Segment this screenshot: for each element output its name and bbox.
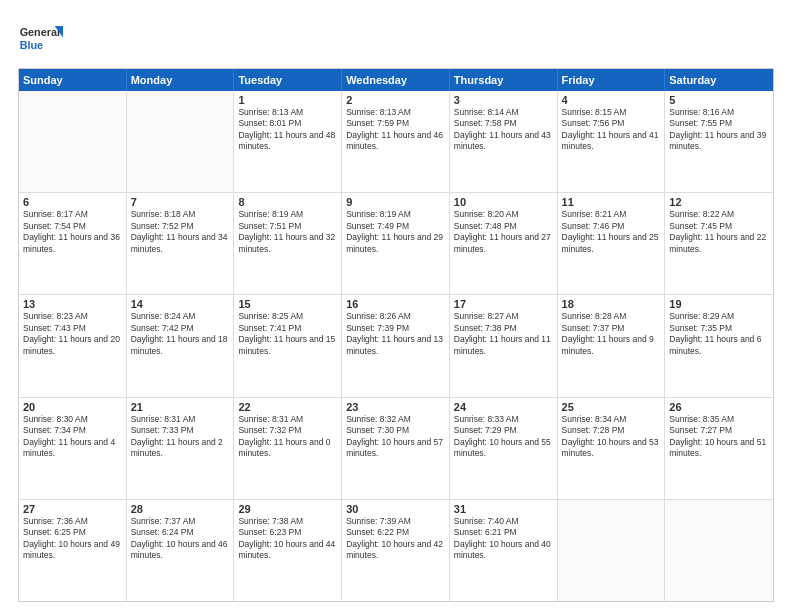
day-number: 19 — [669, 298, 769, 310]
cal-cell: 6Sunrise: 8:17 AM Sunset: 7:54 PM Daylig… — [19, 193, 127, 294]
cal-cell: 4Sunrise: 8:15 AM Sunset: 7:56 PM Daylig… — [558, 91, 666, 192]
day-number: 26 — [669, 401, 769, 413]
header-cell-thursday: Thursday — [450, 69, 558, 91]
day-info: Sunrise: 7:39 AM Sunset: 6:22 PM Dayligh… — [346, 516, 445, 562]
logo-svg: General Blue — [18, 18, 68, 58]
cal-cell: 12Sunrise: 8:22 AM Sunset: 7:45 PM Dayli… — [665, 193, 773, 294]
header-cell-monday: Monday — [127, 69, 235, 91]
cal-cell: 2Sunrise: 8:13 AM Sunset: 7:59 PM Daylig… — [342, 91, 450, 192]
cal-cell: 3Sunrise: 8:14 AM Sunset: 7:58 PM Daylig… — [450, 91, 558, 192]
day-number: 16 — [346, 298, 445, 310]
day-info: Sunrise: 8:17 AM Sunset: 7:54 PM Dayligh… — [23, 209, 122, 255]
cal-cell: 17Sunrise: 8:27 AM Sunset: 7:38 PM Dayli… — [450, 295, 558, 396]
day-number: 25 — [562, 401, 661, 413]
calendar-body: 1Sunrise: 8:13 AM Sunset: 8:01 PM Daylig… — [19, 91, 773, 601]
header-cell-saturday: Saturday — [665, 69, 773, 91]
day-info: Sunrise: 8:24 AM Sunset: 7:42 PM Dayligh… — [131, 311, 230, 357]
cal-cell: 23Sunrise: 8:32 AM Sunset: 7:30 PM Dayli… — [342, 398, 450, 499]
cal-row-2: 13Sunrise: 8:23 AM Sunset: 7:43 PM Dayli… — [19, 294, 773, 396]
day-number: 18 — [562, 298, 661, 310]
day-number: 15 — [238, 298, 337, 310]
header-cell-wednesday: Wednesday — [342, 69, 450, 91]
day-info: Sunrise: 7:37 AM Sunset: 6:24 PM Dayligh… — [131, 516, 230, 562]
day-number: 28 — [131, 503, 230, 515]
svg-text:Blue: Blue — [20, 39, 43, 51]
day-number: 8 — [238, 196, 337, 208]
day-info: Sunrise: 7:38 AM Sunset: 6:23 PM Dayligh… — [238, 516, 337, 562]
cal-cell: 1Sunrise: 8:13 AM Sunset: 8:01 PM Daylig… — [234, 91, 342, 192]
day-number: 17 — [454, 298, 553, 310]
header: General Blue — [18, 18, 774, 58]
header-cell-friday: Friday — [558, 69, 666, 91]
cal-cell: 7Sunrise: 8:18 AM Sunset: 7:52 PM Daylig… — [127, 193, 235, 294]
calendar-header: SundayMondayTuesdayWednesdayThursdayFrid… — [19, 69, 773, 91]
day-info: Sunrise: 8:30 AM Sunset: 7:34 PM Dayligh… — [23, 414, 122, 460]
cal-cell: 11Sunrise: 8:21 AM Sunset: 7:46 PM Dayli… — [558, 193, 666, 294]
day-info: Sunrise: 8:27 AM Sunset: 7:38 PM Dayligh… — [454, 311, 553, 357]
cal-cell — [665, 500, 773, 601]
day-info: Sunrise: 8:34 AM Sunset: 7:28 PM Dayligh… — [562, 414, 661, 460]
cal-row-0: 1Sunrise: 8:13 AM Sunset: 8:01 PM Daylig… — [19, 91, 773, 192]
cal-cell: 5Sunrise: 8:16 AM Sunset: 7:55 PM Daylig… — [665, 91, 773, 192]
day-number: 20 — [23, 401, 122, 413]
cal-cell: 24Sunrise: 8:33 AM Sunset: 7:29 PM Dayli… — [450, 398, 558, 499]
logo: General Blue — [18, 18, 68, 58]
day-number: 2 — [346, 94, 445, 106]
svg-text:General: General — [20, 26, 60, 38]
day-number: 21 — [131, 401, 230, 413]
cal-cell — [19, 91, 127, 192]
day-info: Sunrise: 8:22 AM Sunset: 7:45 PM Dayligh… — [669, 209, 769, 255]
cal-cell — [558, 500, 666, 601]
day-number: 29 — [238, 503, 337, 515]
cal-cell: 18Sunrise: 8:28 AM Sunset: 7:37 PM Dayli… — [558, 295, 666, 396]
day-info: Sunrise: 8:13 AM Sunset: 7:59 PM Dayligh… — [346, 107, 445, 153]
page: General Blue SundayMondayTuesdayWednesda… — [0, 0, 792, 612]
day-number: 13 — [23, 298, 122, 310]
day-info: Sunrise: 8:35 AM Sunset: 7:27 PM Dayligh… — [669, 414, 769, 460]
day-info: Sunrise: 8:21 AM Sunset: 7:46 PM Dayligh… — [562, 209, 661, 255]
cal-cell: 14Sunrise: 8:24 AM Sunset: 7:42 PM Dayli… — [127, 295, 235, 396]
cal-cell: 28Sunrise: 7:37 AM Sunset: 6:24 PM Dayli… — [127, 500, 235, 601]
cal-cell: 20Sunrise: 8:30 AM Sunset: 7:34 PM Dayli… — [19, 398, 127, 499]
day-number: 23 — [346, 401, 445, 413]
day-number: 4 — [562, 94, 661, 106]
day-number: 10 — [454, 196, 553, 208]
cal-cell: 8Sunrise: 8:19 AM Sunset: 7:51 PM Daylig… — [234, 193, 342, 294]
cal-cell: 19Sunrise: 8:29 AM Sunset: 7:35 PM Dayli… — [665, 295, 773, 396]
day-info: Sunrise: 8:25 AM Sunset: 7:41 PM Dayligh… — [238, 311, 337, 357]
day-info: Sunrise: 8:19 AM Sunset: 7:51 PM Dayligh… — [238, 209, 337, 255]
day-info: Sunrise: 8:15 AM Sunset: 7:56 PM Dayligh… — [562, 107, 661, 153]
day-info: Sunrise: 8:28 AM Sunset: 7:37 PM Dayligh… — [562, 311, 661, 357]
cal-cell: 15Sunrise: 8:25 AM Sunset: 7:41 PM Dayli… — [234, 295, 342, 396]
day-info: Sunrise: 8:19 AM Sunset: 7:49 PM Dayligh… — [346, 209, 445, 255]
cal-row-1: 6Sunrise: 8:17 AM Sunset: 7:54 PM Daylig… — [19, 192, 773, 294]
day-number: 3 — [454, 94, 553, 106]
cal-cell: 31Sunrise: 7:40 AM Sunset: 6:21 PM Dayli… — [450, 500, 558, 601]
day-number: 5 — [669, 94, 769, 106]
day-info: Sunrise: 7:40 AM Sunset: 6:21 PM Dayligh… — [454, 516, 553, 562]
cal-cell: 30Sunrise: 7:39 AM Sunset: 6:22 PM Dayli… — [342, 500, 450, 601]
cal-cell: 21Sunrise: 8:31 AM Sunset: 7:33 PM Dayli… — [127, 398, 235, 499]
header-cell-sunday: Sunday — [19, 69, 127, 91]
day-info: Sunrise: 8:31 AM Sunset: 7:32 PM Dayligh… — [238, 414, 337, 460]
day-number: 14 — [131, 298, 230, 310]
cal-cell: 22Sunrise: 8:31 AM Sunset: 7:32 PM Dayli… — [234, 398, 342, 499]
day-info: Sunrise: 8:16 AM Sunset: 7:55 PM Dayligh… — [669, 107, 769, 153]
cal-cell: 9Sunrise: 8:19 AM Sunset: 7:49 PM Daylig… — [342, 193, 450, 294]
day-info: Sunrise: 8:18 AM Sunset: 7:52 PM Dayligh… — [131, 209, 230, 255]
header-cell-tuesday: Tuesday — [234, 69, 342, 91]
day-number: 12 — [669, 196, 769, 208]
day-info: Sunrise: 7:36 AM Sunset: 6:25 PM Dayligh… — [23, 516, 122, 562]
day-info: Sunrise: 8:23 AM Sunset: 7:43 PM Dayligh… — [23, 311, 122, 357]
cal-cell: 13Sunrise: 8:23 AM Sunset: 7:43 PM Dayli… — [19, 295, 127, 396]
cal-row-3: 20Sunrise: 8:30 AM Sunset: 7:34 PM Dayli… — [19, 397, 773, 499]
day-number: 6 — [23, 196, 122, 208]
day-info: Sunrise: 8:33 AM Sunset: 7:29 PM Dayligh… — [454, 414, 553, 460]
cal-cell: 27Sunrise: 7:36 AM Sunset: 6:25 PM Dayli… — [19, 500, 127, 601]
cal-cell: 25Sunrise: 8:34 AM Sunset: 7:28 PM Dayli… — [558, 398, 666, 499]
day-number: 31 — [454, 503, 553, 515]
day-info: Sunrise: 8:29 AM Sunset: 7:35 PM Dayligh… — [669, 311, 769, 357]
day-info: Sunrise: 8:20 AM Sunset: 7:48 PM Dayligh… — [454, 209, 553, 255]
day-number: 9 — [346, 196, 445, 208]
day-info: Sunrise: 8:26 AM Sunset: 7:39 PM Dayligh… — [346, 311, 445, 357]
